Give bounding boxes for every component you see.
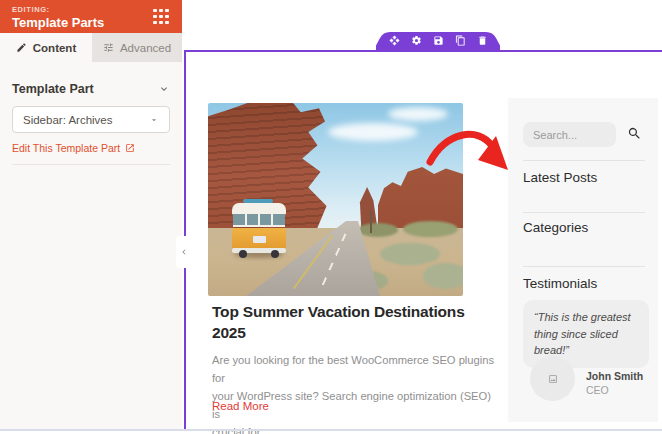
testimonial-name: John Smith — [586, 370, 643, 382]
scrub-bush — [380, 243, 440, 265]
template-part-section-toggle[interactable]: Template Part — [12, 82, 170, 96]
template-part-select[interactable]: Sidebar: Archives — [12, 106, 170, 133]
sliders-icon — [103, 42, 114, 53]
tab-advanced-label: Advanced — [120, 42, 171, 54]
cloud-shape — [328, 123, 418, 141]
move-icon[interactable] — [389, 35, 400, 46]
panel-title: Template Parts — [12, 15, 170, 30]
edit-template-part-label: Edit This Template Part — [12, 142, 120, 154]
post-excerpt: Are you looking for the best WooCommerce… — [212, 351, 502, 434]
tab-content-label: Content — [33, 42, 76, 54]
search-button[interactable] — [627, 126, 642, 145]
sidebar-divider — [523, 212, 645, 213]
categories-heading: Categories — [523, 220, 588, 235]
cloud-shape — [388, 107, 448, 121]
select-caret-icon — [149, 115, 159, 125]
scrub-bush — [423, 263, 463, 289]
chevron-down-icon — [158, 83, 170, 95]
tab-content[interactable]: Content — [0, 33, 92, 62]
toolbar-icons — [376, 35, 500, 46]
testimonials-heading: Testimonials — [523, 276, 597, 291]
settings-gear-icon[interactable] — [411, 35, 422, 46]
scrub-bush — [358, 223, 398, 237]
save-icon[interactable] — [433, 35, 444, 46]
panel-divider — [12, 164, 170, 165]
panel-header: EDITING: Template Parts — [0, 0, 182, 33]
van-wheel — [239, 250, 247, 258]
van-plate — [253, 236, 266, 243]
template-part-heading: Template Part — [12, 82, 94, 96]
sidebar-divider — [523, 160, 645, 161]
panel-collapse-handle[interactable] — [176, 236, 192, 268]
duplicate-icon[interactable] — [455, 35, 466, 46]
search-icon — [627, 126, 642, 141]
search-input[interactable] — [523, 122, 616, 147]
sidebar-divider — [523, 266, 645, 267]
template-part-select-value: Sidebar: Archives — [23, 114, 113, 126]
chevron-left-icon — [179, 247, 189, 257]
testimonial-role: CEO — [586, 384, 609, 396]
testimonial-avatar — [530, 356, 575, 401]
sidebar-template-part[interactable]: Latest Posts Categories Uncategorized Te… — [508, 98, 658, 422]
external-link-icon — [125, 143, 135, 153]
camper-van-illustration — [232, 199, 286, 256]
latest-posts-heading: Latest Posts — [523, 170, 597, 185]
pencil-icon — [16, 42, 27, 53]
editing-label: EDITING: — [12, 5, 170, 14]
image-placeholder-icon — [548, 374, 558, 384]
bottom-edge-line — [0, 429, 662, 431]
post-featured-image[interactable] — [208, 103, 463, 296]
tab-advanced[interactable]: Advanced — [92, 33, 182, 62]
scrub-bush — [403, 221, 458, 237]
van-windows — [233, 214, 285, 227]
sign-pole — [370, 211, 372, 233]
post-title: Top Summer Vacation Destinations 2025 — [212, 301, 492, 343]
drag-grid-icon[interactable] — [153, 9, 169, 24]
panel-tabbar: Content Advanced — [0, 33, 182, 62]
app-window: EDITING: Template Parts Content Advanced… — [0, 0, 662, 434]
edit-template-part-link[interactable]: Edit This Template Part — [12, 142, 135, 154]
read-more-link[interactable]: Read More — [212, 400, 269, 412]
block-toolbar — [376, 32, 500, 51]
van-wheel — [271, 250, 279, 258]
settings-panel: EDITING: Template Parts Content Advanced… — [0, 0, 182, 429]
delete-trash-icon[interactable] — [477, 35, 488, 46]
